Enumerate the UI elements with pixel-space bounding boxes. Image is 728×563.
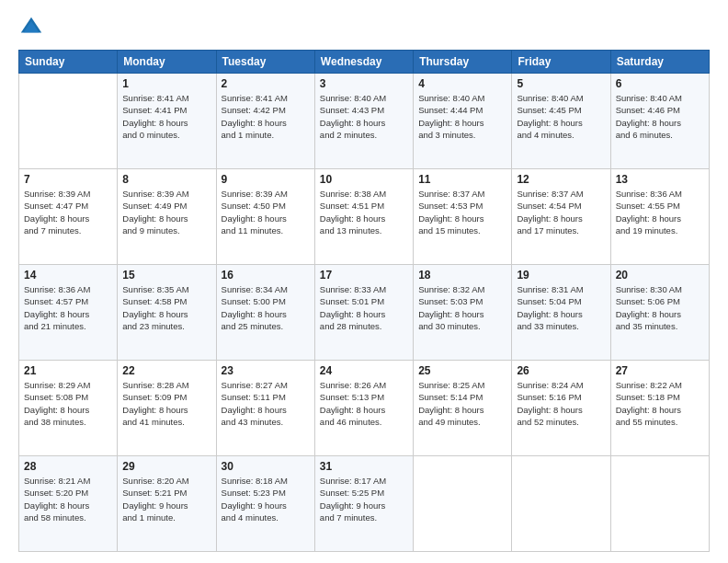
- header: [18, 15, 710, 40]
- day-info: Sunrise: 8:22 AM Sunset: 5:18 PM Dayligh…: [616, 379, 704, 428]
- logo: [18, 15, 48, 40]
- day-number: 26: [517, 364, 605, 377]
- calendar-row-4: 28Sunrise: 8:21 AM Sunset: 5:20 PM Dayli…: [19, 456, 710, 552]
- day-number: 20: [616, 269, 704, 282]
- day-info: Sunrise: 8:31 AM Sunset: 5:04 PM Dayligh…: [517, 283, 605, 332]
- calendar-body: 1Sunrise: 8:41 AM Sunset: 4:41 PM Daylig…: [19, 74, 710, 552]
- day-number: 17: [320, 269, 408, 282]
- calendar-cell: 25Sunrise: 8:25 AM Sunset: 5:14 PM Dayli…: [414, 361, 512, 456]
- day-number: 16: [222, 269, 310, 282]
- day-info: Sunrise: 8:17 AM Sunset: 5:25 PM Dayligh…: [320, 475, 408, 523]
- day-info: Sunrise: 8:20 AM Sunset: 5:21 PM Dayligh…: [122, 475, 210, 523]
- calendar-cell: 28Sunrise: 8:21 AM Sunset: 5:20 PM Dayli…: [19, 456, 118, 552]
- day-number: 21: [24, 364, 112, 377]
- day-info: Sunrise: 8:29 AM Sunset: 5:08 PM Dayligh…: [24, 379, 112, 428]
- header-friday: Friday: [512, 51, 610, 74]
- day-number: 13: [616, 173, 704, 186]
- calendar-row-3: 21Sunrise: 8:29 AM Sunset: 5:08 PM Dayli…: [19, 361, 710, 456]
- calendar-cell: 31Sunrise: 8:17 AM Sunset: 5:25 PM Dayli…: [314, 456, 413, 552]
- day-info: Sunrise: 8:35 AM Sunset: 4:58 PM Dayligh…: [122, 283, 210, 332]
- day-info: Sunrise: 8:40 AM Sunset: 4:44 PM Dayligh…: [418, 92, 506, 141]
- day-number: 18: [418, 269, 506, 282]
- calendar-cell: 1Sunrise: 8:41 AM Sunset: 4:41 PM Daylig…: [118, 74, 216, 169]
- day-number: 29: [122, 460, 210, 473]
- day-info: Sunrise: 8:32 AM Sunset: 5:03 PM Dayligh…: [418, 283, 506, 332]
- day-number: 12: [517, 173, 605, 186]
- day-info: Sunrise: 8:37 AM Sunset: 4:53 PM Dayligh…: [418, 188, 506, 236]
- calendar-cell: 3Sunrise: 8:40 AM Sunset: 4:43 PM Daylig…: [314, 74, 413, 169]
- page: SundayMondayTuesdayWednesdayThursdayFrid…: [0, 0, 728, 563]
- header-row: SundayMondayTuesdayWednesdayThursdayFrid…: [19, 51, 710, 74]
- day-info: Sunrise: 8:21 AM Sunset: 5:20 PM Dayligh…: [24, 475, 112, 523]
- day-number: 28: [24, 460, 112, 473]
- calendar-row-1: 7Sunrise: 8:39 AM Sunset: 4:47 PM Daylig…: [19, 169, 710, 265]
- calendar-cell: 18Sunrise: 8:32 AM Sunset: 5:03 PM Dayli…: [414, 265, 512, 361]
- day-number: 15: [122, 269, 210, 282]
- calendar-table: SundayMondayTuesdayWednesdayThursdayFrid…: [18, 50, 710, 552]
- day-info: Sunrise: 8:25 AM Sunset: 5:14 PM Dayligh…: [418, 379, 506, 428]
- calendar-cell: 11Sunrise: 8:37 AM Sunset: 4:53 PM Dayli…: [414, 169, 512, 265]
- calendar-cell: [19, 74, 118, 169]
- calendar-cell: 26Sunrise: 8:24 AM Sunset: 5:16 PM Dayli…: [512, 361, 610, 456]
- calendar-cell: 13Sunrise: 8:36 AM Sunset: 4:55 PM Dayli…: [610, 169, 709, 265]
- day-info: Sunrise: 8:28 AM Sunset: 5:09 PM Dayligh…: [122, 379, 210, 428]
- day-info: Sunrise: 8:36 AM Sunset: 4:57 PM Dayligh…: [24, 283, 112, 332]
- calendar-cell: 19Sunrise: 8:31 AM Sunset: 5:04 PM Dayli…: [512, 265, 610, 361]
- calendar-cell: 23Sunrise: 8:27 AM Sunset: 5:11 PM Dayli…: [216, 361, 314, 456]
- calendar-cell: 29Sunrise: 8:20 AM Sunset: 5:21 PM Dayli…: [118, 456, 216, 552]
- calendar-cell: [414, 456, 512, 552]
- day-number: 2: [222, 77, 310, 90]
- logo-icon: [18, 15, 44, 40]
- calendar-cell: 12Sunrise: 8:37 AM Sunset: 4:54 PM Dayli…: [512, 169, 610, 265]
- day-number: 19: [517, 269, 605, 282]
- calendar-cell: 15Sunrise: 8:35 AM Sunset: 4:58 PM Dayli…: [118, 265, 216, 361]
- day-info: Sunrise: 8:27 AM Sunset: 5:11 PM Dayligh…: [222, 379, 310, 428]
- day-info: Sunrise: 8:41 AM Sunset: 4:42 PM Dayligh…: [222, 92, 310, 141]
- day-number: 4: [418, 77, 506, 90]
- day-number: 11: [418, 173, 506, 186]
- day-number: 6: [616, 77, 704, 90]
- day-info: Sunrise: 8:38 AM Sunset: 4:51 PM Dayligh…: [320, 188, 408, 236]
- calendar-cell: 21Sunrise: 8:29 AM Sunset: 5:08 PM Dayli…: [19, 361, 118, 456]
- day-number: 31: [320, 460, 408, 473]
- calendar-cell: 4Sunrise: 8:40 AM Sunset: 4:44 PM Daylig…: [414, 74, 512, 169]
- day-number: 3: [320, 77, 408, 90]
- calendar-cell: [512, 456, 610, 552]
- day-number: 30: [222, 460, 310, 473]
- day-number: 7: [24, 173, 112, 186]
- calendar-cell: 7Sunrise: 8:39 AM Sunset: 4:47 PM Daylig…: [19, 169, 118, 265]
- day-number: 22: [122, 364, 210, 377]
- header-monday: Monday: [118, 51, 216, 74]
- day-info: Sunrise: 8:26 AM Sunset: 5:13 PM Dayligh…: [320, 379, 408, 428]
- day-info: Sunrise: 8:40 AM Sunset: 4:43 PM Dayligh…: [320, 92, 408, 141]
- calendar-cell: 27Sunrise: 8:22 AM Sunset: 5:18 PM Dayli…: [610, 361, 709, 456]
- day-info: Sunrise: 8:39 AM Sunset: 4:47 PM Dayligh…: [24, 188, 112, 236]
- calendar-cell: 14Sunrise: 8:36 AM Sunset: 4:57 PM Dayli…: [19, 265, 118, 361]
- day-info: Sunrise: 8:33 AM Sunset: 5:01 PM Dayligh…: [320, 283, 408, 332]
- day-info: Sunrise: 8:37 AM Sunset: 4:54 PM Dayligh…: [517, 188, 605, 236]
- calendar-cell: 2Sunrise: 8:41 AM Sunset: 4:42 PM Daylig…: [216, 74, 314, 169]
- day-number: 5: [517, 77, 605, 90]
- day-info: Sunrise: 8:24 AM Sunset: 5:16 PM Dayligh…: [517, 379, 605, 428]
- day-info: Sunrise: 8:39 AM Sunset: 4:49 PM Dayligh…: [122, 188, 210, 236]
- calendar-row-0: 1Sunrise: 8:41 AM Sunset: 4:41 PM Daylig…: [19, 74, 710, 169]
- calendar-cell: 20Sunrise: 8:30 AM Sunset: 5:06 PM Dayli…: [610, 265, 709, 361]
- calendar-header: SundayMondayTuesdayWednesdayThursdayFrid…: [19, 51, 710, 74]
- day-number: 9: [222, 173, 310, 186]
- header-sunday: Sunday: [19, 51, 118, 74]
- day-number: 25: [418, 364, 506, 377]
- calendar-cell: 16Sunrise: 8:34 AM Sunset: 5:00 PM Dayli…: [216, 265, 314, 361]
- calendar-cell: 10Sunrise: 8:38 AM Sunset: 4:51 PM Dayli…: [314, 169, 413, 265]
- calendar-cell: 22Sunrise: 8:28 AM Sunset: 5:09 PM Dayli…: [118, 361, 216, 456]
- day-info: Sunrise: 8:40 AM Sunset: 4:46 PM Dayligh…: [616, 92, 704, 141]
- day-info: Sunrise: 8:41 AM Sunset: 4:41 PM Dayligh…: [122, 92, 210, 141]
- day-info: Sunrise: 8:30 AM Sunset: 5:06 PM Dayligh…: [616, 283, 704, 332]
- calendar-row-2: 14Sunrise: 8:36 AM Sunset: 4:57 PM Dayli…: [19, 265, 710, 361]
- day-number: 27: [616, 364, 704, 377]
- day-info: Sunrise: 8:40 AM Sunset: 4:45 PM Dayligh…: [517, 92, 605, 141]
- header-tuesday: Tuesday: [216, 51, 314, 74]
- header-thursday: Thursday: [414, 51, 512, 74]
- calendar-cell: 17Sunrise: 8:33 AM Sunset: 5:01 PM Dayli…: [314, 265, 413, 361]
- day-info: Sunrise: 8:36 AM Sunset: 4:55 PM Dayligh…: [616, 188, 704, 236]
- header-wednesday: Wednesday: [314, 51, 413, 74]
